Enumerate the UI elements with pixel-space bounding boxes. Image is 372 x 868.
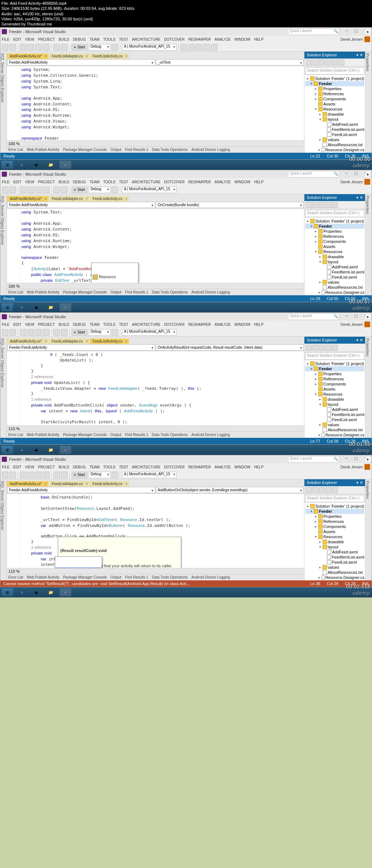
intellisense-item[interactable]: Resource: [92, 274, 138, 280]
menu-bar: FILE EDIT VIEW PROJECT BUILD DEBUG TEAM …: [0, 36, 372, 43]
start-debug-button[interactable]: Start: [72, 44, 88, 51]
thumbnail-frame-1: Feeder - Microsoft Visual Studio Quick L…: [0, 27, 372, 170]
tb-extra-3[interactable]: [196, 44, 202, 51]
explorer-icon[interactable]: 📁: [45, 161, 57, 169]
vs-logo-icon: [2, 29, 7, 34]
chrome-icon[interactable]: ◉: [31, 161, 42, 169]
main-toolbar: Start Debug A | MonoForAndroid_API_15: [0, 43, 372, 52]
menu-tools[interactable]: TOOLS: [103, 37, 116, 41]
thumbnail-frame-3: Feeder - Microsoft Visual StudioQuick La…: [0, 312, 372, 455]
document-tabs: AddFeedActivity.cs* FeedListAdapter.cs F…: [7, 52, 304, 59]
solexp-pin-icon[interactable]: ▾ ✕: [356, 53, 363, 57]
minimize-button[interactable]: ─: [342, 28, 351, 35]
device-select[interactable]: A | MonoForAndroid_API_15: [122, 44, 177, 51]
avatar: [364, 36, 370, 42]
menu-team[interactable]: TEAM: [89, 37, 100, 41]
solexp-search[interactable]: Search Solution Explorer (Ctrl+;): [305, 67, 364, 75]
zoom-value[interactable]: 100 %: [8, 141, 27, 146]
menu-debug[interactable]: DEBUG: [73, 37, 86, 41]
menu-project[interactable]: PROJECT: [38, 37, 55, 41]
timestamp: 00:00:00: [349, 156, 371, 162]
solexp-title: Solution Explorer: [307, 53, 337, 57]
tb-extra-5[interactable]: [211, 44, 218, 51]
redo-button[interactable]: [61, 44, 68, 51]
status-line: Ln 21: [310, 154, 320, 158]
editor-gutter: [7, 66, 20, 140]
title-bar: Feeder - Microsoft Visual Studio Quick L…: [0, 28, 372, 36]
ie-icon[interactable]: e: [16, 161, 28, 169]
menu-dotcover[interactable]: DOTCOVER: [164, 37, 185, 41]
nav-fwd-button[interactable]: [9, 44, 16, 51]
status-col: Col 35: [327, 154, 339, 158]
intellisense-popup[interactable]: Result ResultReceiver Result.Canceled Re…: [55, 556, 102, 568]
tb-extra-1[interactable]: [181, 44, 187, 51]
play-overlay-icon: [363, 27, 372, 36]
tab-errorlist[interactable]: Error List: [8, 148, 23, 152]
user-name: Derek Jensen: [340, 37, 363, 41]
save-all-button[interactable]: [43, 44, 49, 51]
sync-icon[interactable]: [319, 60, 325, 65]
status-bar: Ready Ln 21 Col 35 Ch 35 INS: [0, 153, 372, 159]
thumbnail-frame-2: Feeder - Microsoft Visual StudioQuick La…: [0, 170, 372, 312]
code-editor[interactable]: base.OnCreate(bundle); SetContentView(Re…: [20, 494, 304, 568]
windows-taskbar: ⊞ e ◉ 📁 ∞ udemy: [0, 160, 372, 170]
user-badge[interactable]: Derek Jensen: [340, 36, 370, 42]
tab-feedlistadapter[interactable]: FeedListAdapter.cs: [49, 53, 89, 59]
nav-class-combo[interactable]: Feeder.AddFeedActivity: [7, 59, 155, 65]
menu-build[interactable]: BUILD: [58, 37, 69, 41]
output-tabs: Error List Web Publish Activity Package …: [7, 146, 304, 153]
right-tool-tabs[interactable]: Properties: [365, 52, 372, 153]
solexp-toolbar: [304, 59, 365, 67]
start-button[interactable]: ⊞: [1, 161, 13, 169]
tab-findresults[interactable]: Find Results 1: [125, 148, 148, 152]
tb-extra-2[interactable]: [188, 44, 195, 51]
home-icon[interactable]: [306, 60, 312, 65]
preview-icon[interactable]: [339, 60, 344, 65]
video-metadata: File: Add Feed Activity-4898056.mp4 Size…: [0, 0, 372, 27]
platform-button[interactable]: [112, 44, 118, 51]
menu-window[interactable]: WINDOW: [234, 37, 250, 41]
nav-back-button[interactable]: [2, 44, 8, 51]
undo-button[interactable]: [53, 44, 60, 51]
quick-launch-input[interactable]: Quick Launch: [288, 28, 339, 35]
showall-icon[interactable]: [326, 60, 331, 65]
props-icon[interactable]: [332, 60, 338, 65]
tab-webpublish[interactable]: Web Publish Activity: [27, 148, 60, 152]
intellisense-popup[interactable]: Resource ResourceCursorAdapter ResourceC…: [91, 263, 138, 283]
tab-datatools[interactable]: Data Tools Operations: [152, 148, 188, 152]
maximize-button[interactable]: ▢: [351, 28, 361, 35]
udemy-watermark: udemy: [353, 163, 370, 168]
open-button[interactable]: [28, 44, 34, 51]
solexp-tree[interactable]: ▸Solution 'Feeder' (1 project) ▾Feeder ▸…: [304, 75, 365, 153]
menu-view[interactable]: VIEW: [25, 37, 35, 41]
vs-taskbar-icon[interactable]: ∞: [60, 161, 71, 169]
nav-member-combo[interactable]: _urlText: [156, 59, 304, 65]
tab-pmc[interactable]: Package Manager Console: [63, 148, 107, 152]
status-bar-error: Cannot resolve method 'SetResult(?)', ca…: [0, 580, 372, 587]
window-title: Feeder - Microsoft Visual Studio: [9, 29, 66, 34]
tab-feedlistactivity[interactable]: FeedListActivity.cs: [90, 53, 129, 59]
code-editor[interactable]: using System.Text; using Android.App; us…: [20, 209, 304, 283]
code-editor[interactable]: if ( _feeds.Count > 0 ) UpdateList( ); }…: [20, 351, 304, 425]
code-editor[interactable]: using System; using System.Collections.G…: [20, 66, 304, 140]
tab-output[interactable]: Output: [110, 148, 121, 152]
save-button[interactable]: [35, 44, 42, 51]
menu-test[interactable]: TEST: [119, 37, 129, 41]
config-select[interactable]: Debug: [89, 44, 110, 51]
status-ready: Ready: [3, 154, 15, 158]
tab-androidlog[interactable]: Android Device Logging: [191, 148, 230, 152]
new-project-button[interactable]: [20, 44, 27, 51]
thumbnail-frame-4: Feeder - Microsoft Visual StudioQuick La…: [0, 455, 372, 597]
menu-analyze[interactable]: ANALYZE: [214, 37, 231, 41]
left-tool-tabs[interactable]: SQL Server Object Explorer Toolbox: [0, 52, 7, 153]
sql-explorer-tab[interactable]: SQL Server Object Explorer: [0, 53, 5, 151]
menu-edit[interactable]: EDIT: [13, 37, 21, 41]
menu-file[interactable]: FILE: [2, 37, 9, 41]
tab-addfeedactivity[interactable]: AddFeedActivity.cs*: [7, 53, 48, 59]
menu-resharper[interactable]: RESHARPER: [188, 37, 211, 41]
menu-architecture[interactable]: ARCHITECTURE: [132, 37, 160, 41]
solution-explorer: Solution Explorer▾ ✕ Search Solution Exp…: [304, 52, 365, 153]
menu-help[interactable]: HELP: [254, 37, 263, 41]
refresh-icon[interactable]: [312, 60, 318, 65]
tb-extra-4[interactable]: [203, 44, 210, 51]
